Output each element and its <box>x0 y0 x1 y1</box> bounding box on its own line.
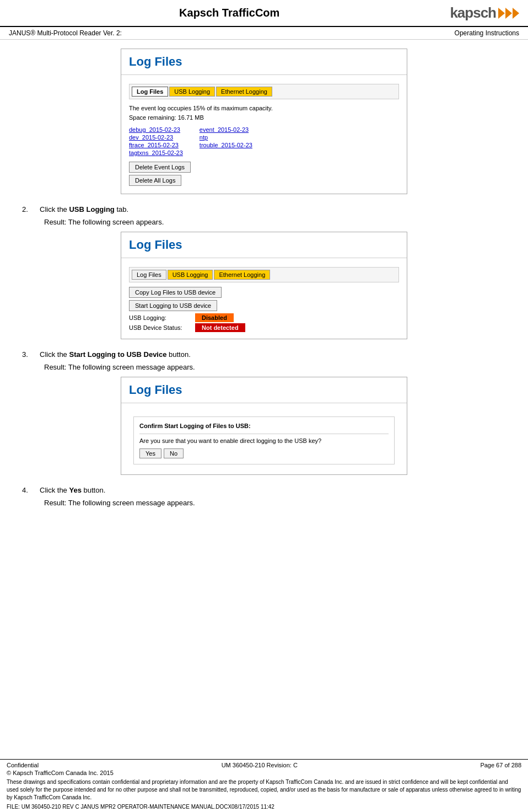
step-3-result: Result: The following screen message app… <box>44 363 506 371</box>
step-4-bold: Yes <box>69 486 81 494</box>
screen1-info: The event log occupies 15% of its maximu… <box>129 104 399 122</box>
footer-file: FILE: UM 360450-210 REV C JANUS MPR2 OPE… <box>7 804 521 810</box>
step-4-number: 4. <box>22 486 35 494</box>
screen3-content: Confirm Start Logging of Files to USB: A… <box>121 407 407 474</box>
copy-log-files-button[interactable]: Copy Log Files to USB device <box>129 287 222 298</box>
step-3: 3. Click the Start Logging to USB Device… <box>22 350 506 359</box>
screen1-files-right: event_2015-02-23 ntp trouble_2015-02-23 <box>200 126 252 156</box>
confirm-title: Confirm Start Logging of Files to USB: <box>139 423 389 429</box>
usb-logging-value: Disabled <box>195 313 234 322</box>
delete-all-logs-button[interactable]: Delete All Logs <box>129 175 181 186</box>
step-3-text: Click the Start Logging to USB Device bu… <box>40 350 191 359</box>
confirm-question: Are you sure that you want to enable dir… <box>139 437 389 444</box>
step-3-number: 3. <box>22 350 35 359</box>
file-link-debug[interactable]: debug_2015-02-23 <box>129 126 183 133</box>
sub-header-right: Operating Instructions <box>455 29 519 37</box>
screen3-title: Log Files <box>129 383 399 397</box>
screen1-content: Log Files USB Logging Ethernet Logging T… <box>121 78 407 194</box>
footer-page: Page 67 of 288 <box>480 762 521 768</box>
footer-copyright: © Kapsch TrafficCom Canada Inc. 2015 <box>7 770 521 776</box>
kapsch-logo: kapsch <box>450 4 519 22</box>
file-link-event[interactable]: event_2015-02-23 <box>200 126 252 133</box>
footer-row1: Confidential UM 360450-210 Revision: C P… <box>7 762 521 768</box>
screen2-tab-row: Log Files USB Logging Ethernet Logging <box>129 267 399 282</box>
step-2-number: 2. <box>22 205 35 213</box>
step-4-text: Click the Yes button. <box>40 486 105 494</box>
file-link-trouble[interactable]: trouble_2015-02-23 <box>200 142 252 148</box>
header-title: Kapsch TrafficCom <box>9 7 450 19</box>
logo-arrows <box>498 8 519 19</box>
screen2-content: Log Files USB Logging Ethernet Logging C… <box>121 261 407 339</box>
screen2-tab-usb[interactable]: USB Logging <box>168 270 213 280</box>
screenshot-3: Log Files Confirm Start Logging of Files… <box>121 377 407 475</box>
file-link-ftrace[interactable]: ftrace_2015-02-23 <box>129 142 183 148</box>
screen2-tab-ethernet[interactable]: Ethernet Logging <box>214 270 270 280</box>
file-link-dev[interactable]: dev_2015-02-23 <box>129 134 183 141</box>
usb-logging-status-row: USB Logging: Disabled <box>129 313 399 322</box>
confirm-dialog: Confirm Start Logging of Files to USB: A… <box>133 416 395 464</box>
usb-device-value: Not detected <box>195 323 245 332</box>
file-link-ntp[interactable]: ntp <box>200 134 252 141</box>
screen1-tab-usb[interactable]: USB Logging <box>169 87 215 97</box>
step-4-result: Result: The following screen message app… <box>44 499 506 507</box>
footer-legal: These drawings and specifications contai… <box>7 778 521 802</box>
logo-text: kapsch <box>450 4 496 22</box>
screenshot-2: Log Files Log Files USB Logging Ethernet… <box>121 232 407 339</box>
step-2-bold: USB Logging <box>69 205 114 213</box>
usb-logging-label: USB Logging: <box>129 314 195 321</box>
page-footer: Confidential UM 360450-210 Revision: C P… <box>0 759 528 812</box>
step-2-text: Click the USB Logging tab. <box>40 205 128 213</box>
page-header: Kapsch TrafficCom kapsch <box>0 0 528 27</box>
screen1-tab-logfiles[interactable]: Log Files <box>132 87 168 97</box>
confirm-btn-row: Yes No <box>139 448 389 458</box>
screen2-tab-logfiles[interactable]: Log Files <box>132 270 166 280</box>
screen1-tab-row: Log Files USB Logging Ethernet Logging <box>129 84 399 99</box>
confirm-no-button[interactable]: No <box>164 448 184 458</box>
step-4: 4. Click the Yes button. <box>22 486 506 494</box>
screenshot-3-header: Log Files <box>121 377 407 399</box>
footer-confidential: Confidential <box>7 762 39 768</box>
footer-doc-ref: UM 360450-210 Revision: C <box>222 762 298 768</box>
usb-device-status-row: USB Device Status: Not detected <box>129 323 399 332</box>
screen1-files-left: debug_2015-02-23 dev_2015-02-23 ftrace_2… <box>129 126 183 156</box>
confirm-yes-button[interactable]: Yes <box>139 448 161 458</box>
screen1-file-links: debug_2015-02-23 dev_2015-02-23 ftrace_2… <box>129 126 399 156</box>
screen1-tab-ethernet[interactable]: Ethernet Logging <box>216 87 272 97</box>
step-2-result: Result: The following screen appears. <box>44 218 506 226</box>
sub-header: JANUS® Multi-Protocol Reader Ver. 2: Ope… <box>0 27 528 40</box>
step-3-bold: Start Logging to USB Device <box>69 350 166 359</box>
usb-device-label: USB Device Status: <box>129 324 195 331</box>
screen1-title: Log Files <box>129 55 399 69</box>
screen1-info-line1: The event log occupies 15% of its maximu… <box>129 104 399 113</box>
screenshot-1: Log Files Log Files USB Logging Ethernet… <box>121 49 407 194</box>
delete-event-logs-button[interactable]: Delete Event Logs <box>129 162 191 173</box>
file-link-tagtxns[interactable]: tagtxns_2015-02-23 <box>129 149 183 156</box>
screen2-title: Log Files <box>129 238 399 252</box>
screenshot-2-header: Log Files <box>121 232 407 254</box>
start-logging-usb-button[interactable]: Start Logging to USB device <box>129 300 217 311</box>
main-content: Log Files Log Files USB Logging Ethernet… <box>0 40 528 521</box>
screenshot-1-header: Log Files <box>121 49 407 71</box>
step-2: 2. Click the USB Logging tab. <box>22 205 506 213</box>
screen1-info-line2: Space remaining: 16.71 MB <box>129 113 399 122</box>
sub-header-left: JANUS® Multi-Protocol Reader Ver. 2: <box>9 29 122 37</box>
